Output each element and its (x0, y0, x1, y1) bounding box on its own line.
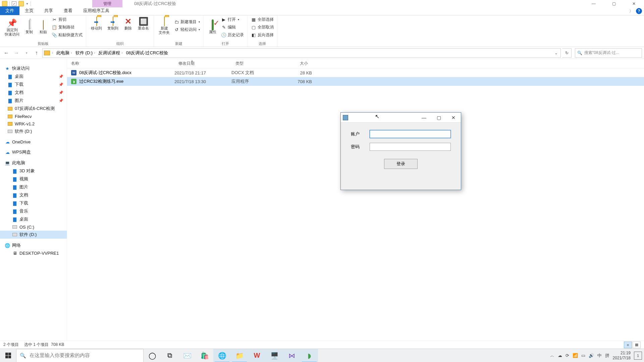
task-wps[interactable]: W (248, 349, 266, 362)
copy-button[interactable]: 复制 (22, 20, 36, 35)
tree-item[interactable]: ▇音乐 (0, 207, 67, 215)
tree-item[interactable]: 软件 (D:) (0, 127, 67, 135)
nav-forward-button[interactable]: → (12, 49, 21, 57)
tray-notifications-button[interactable]: 1 (634, 352, 642, 360)
dialog-maximize-button[interactable]: ▢ (431, 113, 446, 123)
tree-network[interactable]: 🌐网络 (0, 241, 67, 249)
address-dropdown-icon[interactable]: ⌄ (553, 51, 559, 55)
crumb-folder1[interactable]: 反调试课程› (97, 50, 124, 56)
paste-button[interactable]: 粘贴 (36, 20, 50, 35)
refresh-button[interactable]: ↻ (562, 48, 572, 58)
history-button[interactable]: 🕓历史记录 (220, 32, 245, 39)
dialog-close-button[interactable]: ✕ (446, 113, 461, 123)
rename-button[interactable]: 🔲 重命名 (135, 16, 152, 31)
qat-newfolder-icon[interactable] (18, 1, 24, 6)
tray-expand-icon[interactable]: ︿ (550, 353, 554, 359)
tab-home[interactable]: 主页 (19, 6, 39, 15)
qat-dropdown-icon[interactable]: ▼ (26, 2, 29, 5)
col-type[interactable]: 类型 (231, 61, 278, 66)
tray-ime1[interactable]: 中 (597, 353, 602, 359)
tray-volume-icon[interactable]: 🔊 (589, 353, 594, 358)
task-explorer[interactable]: 📁 (231, 349, 248, 362)
properties-button[interactable]: 属性 (206, 20, 220, 35)
task-app[interactable]: ◗ (301, 349, 318, 362)
tree-item[interactable]: ▇桌面📌 (0, 72, 67, 80)
col-size[interactable]: 大小 (278, 61, 312, 66)
file-row[interactable]: W08反调试-过CRC校验.docx2021/7/18 21:17DOCX 文档… (67, 68, 644, 77)
task-mail[interactable]: ✉️ (178, 349, 196, 362)
move-to-button[interactable]: ➡ 移动到 (88, 16, 105, 31)
tree-this-pc[interactable]: 💻此电脑 (0, 159, 67, 167)
copy-to-button[interactable]: ➡ 复制到 (105, 16, 121, 31)
select-none-button[interactable]: ▢全部取消 (250, 24, 275, 31)
navigation-tree[interactable]: ★快速访问 ▇桌面📌▇下载📌▇文档📌▇图片📌07反调试6-CRC检测FileRe… (0, 59, 67, 341)
new-folder-button[interactable]: 新建 文件夹 (156, 16, 172, 36)
qat-properties-icon[interactable]: ✓ (12, 1, 16, 6)
view-thumbnails-button[interactable]: ▦ (633, 342, 641, 348)
tree-item[interactable]: ▇下载 (0, 199, 67, 207)
maximize-button[interactable]: ▢ (604, 0, 624, 7)
username-input[interactable] (370, 130, 451, 138)
col-date[interactable]: 修改日期 (174, 61, 231, 66)
tab-share[interactable]: 共享 (39, 6, 58, 15)
easy-access-button[interactable]: ↺轻松访问▾ (172, 26, 201, 33)
tree-item[interactable]: FileRecv (0, 113, 67, 120)
tray-battery-icon[interactable]: ▭ (581, 353, 585, 358)
crumb-thispc[interactable]: 此电脑› (55, 50, 73, 56)
task-edge[interactable]: 🌐 (213, 349, 231, 362)
tree-item[interactable]: ▇视频 (0, 175, 67, 183)
tree-item[interactable]: 07反调试6-CRC检测 (0, 105, 67, 113)
pin-quickaccess-button[interactable]: 📌 固定到 快速访问 (2, 18, 22, 37)
crumb-drive[interactable]: 软件 (D:)› (74, 50, 97, 56)
taskbar-search-input[interactable]: 🔍 在这里输入你要搜索的内容 (16, 349, 144, 362)
tree-item[interactable]: ▇3D 对象 (0, 167, 67, 175)
tray-clock[interactable]: 21:19 2021/7/18 (613, 351, 631, 361)
tray-onedrive-icon[interactable]: ☁ (558, 353, 562, 358)
tree-item[interactable]: 🖥DESKTOP-VVPRE1 (0, 249, 67, 257)
tree-item[interactable]: OS (C:) (0, 223, 67, 231)
tray-wifi-icon[interactable]: 📶 (573, 353, 578, 358)
search-input[interactable]: 🔍 搜索"08反调试-过... (575, 48, 642, 58)
tab-file[interactable]: 文件 (0, 6, 19, 15)
tree-item[interactable]: ▇文档📌 (0, 88, 67, 97)
task-vmware[interactable]: 🖥️ (266, 349, 283, 362)
tree-quick-access[interactable]: ★快速访问 (0, 64, 67, 72)
close-button[interactable]: ✕ (624, 0, 644, 7)
edit-button[interactable]: ✎编辑 (220, 24, 245, 31)
login-button[interactable]: 登录 (384, 159, 418, 169)
tab-app-tools[interactable]: 应用程序工具 (78, 6, 115, 15)
minimize-button[interactable]: ― (584, 0, 604, 7)
view-details-button[interactable]: ≡ (624, 342, 632, 348)
paste-shortcut-button[interactable]: 📎粘贴快捷方式 (50, 32, 84, 39)
crumb-folder2[interactable]: 08反调试-过CRC校验 (125, 50, 169, 56)
ribbon-collapse-icon[interactable]: 〉 (629, 8, 633, 14)
tree-item[interactable]: WRK-v1.2 (0, 120, 67, 127)
task-cortana[interactable]: ◯ (144, 349, 161, 362)
tray-ime2[interactable]: 拼 (605, 353, 609, 359)
tree-item[interactable]: ▇文档 (0, 191, 67, 199)
copy-path-button[interactable]: 📋复制路径 (50, 24, 84, 31)
tab-view[interactable]: 查看 (58, 6, 78, 15)
task-taskview[interactable]: ⧉ (161, 349, 178, 362)
tree-item[interactable]: ▇下载📌 (0, 80, 67, 88)
tree-wps[interactable]: ☁WPS网盘 (0, 148, 67, 156)
task-store[interactable]: 🛍️ (196, 349, 213, 362)
tree-item[interactable]: ▇图片 (0, 183, 67, 191)
dialog-titlebar[interactable]: ― ▢ ✕ (341, 113, 461, 123)
open-button[interactable]: ▶打开▾ (220, 16, 245, 23)
nav-recent-dropdown[interactable]: ▾ (22, 49, 31, 57)
tree-onedrive[interactable]: ☁OneDrive (0, 138, 67, 145)
delete-button[interactable]: ✕ 删除 (121, 16, 135, 31)
select-all-button[interactable]: ▦全部选择 (250, 16, 275, 23)
dialog-minimize-button[interactable]: ― (417, 113, 431, 123)
file-row[interactable]: ◗过CRC32检测练习.exe2021/7/18 13:30应用程序708 KB (67, 77, 644, 86)
tree-item[interactable]: ▇桌面 (0, 215, 67, 223)
password-input[interactable] (370, 143, 451, 151)
start-button[interactable] (0, 349, 16, 362)
address-bar[interactable]: › 此电脑› 软件 (D:)› 反调试课程› 08反调试-过CRC校验 ⌄ (42, 48, 561, 58)
tray-sync-icon[interactable]: ⟳ (566, 353, 569, 358)
crumb-chevron[interactable]: › (51, 51, 54, 55)
nav-up-button[interactable]: ↑ (32, 49, 41, 57)
help-icon[interactable]: ? (636, 8, 642, 14)
cut-button[interactable]: ✂剪切 (50, 16, 84, 23)
